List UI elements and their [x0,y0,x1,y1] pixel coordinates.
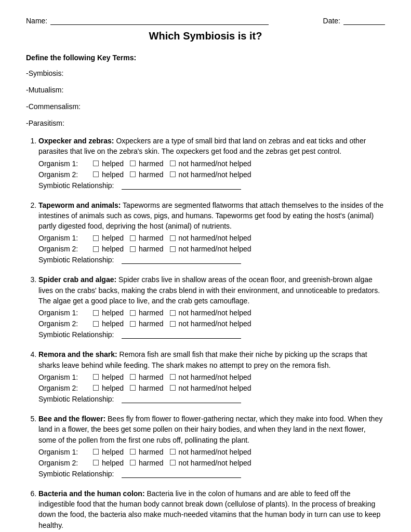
page-title: Which Symbiosis is it? [26,30,385,42]
q5-title: Bee and the flower: [38,415,105,423]
q1-org2-harmed[interactable]: harmed [130,170,163,179]
q2-org2-helped-box[interactable] [93,246,99,252]
q3-symbiotic-line [122,330,241,339]
q5-org2-not-harmed[interactable]: not harmed/not helped [170,459,251,467]
q3-org1-harmed-box[interactable] [130,310,136,316]
q2-org2-harmed[interactable]: harmed [130,245,163,253]
term-mutualism: -Mutualism: [26,86,385,94]
q2-org1-not-harmed-box[interactable] [170,235,176,241]
q5-org1-not-harmed[interactable]: not harmed/not helped [170,448,251,456]
q3-org1-helped[interactable]: helped [93,309,124,317]
q4-org2-helped[interactable]: helped [93,384,124,392]
q3-org1-harmed[interactable]: harmed [130,309,163,317]
q4-org1-not-harmed-box[interactable] [170,374,176,380]
q2-org1-not-harmed[interactable]: not harmed/not helped [170,234,251,242]
q3-symbiotic-row: Symbiotic Relationship: [38,330,385,339]
q3-organism2-row: Organism 2: helped harmed not harmed/not… [38,320,385,328]
q3-org1-not-harmed[interactable]: not harmed/not helped [170,309,251,317]
q1-org1-not-harmed-box[interactable] [170,161,176,166]
q4-org2-label: Organism 2: [38,384,93,392]
q1-org1-harmed[interactable]: harmed [130,159,163,168]
q5-symbiotic-line [122,470,241,478]
q3-org2-harmed-box[interactable] [130,321,136,327]
q3-org1-not-harmed-box[interactable] [170,310,176,316]
q2-org2-helped[interactable]: helped [93,245,124,253]
q4-org2-harmed-box[interactable] [130,385,136,391]
question-1-text: Oxpecker and zebras: Oxpeckers are a typ… [38,136,385,157]
q4-org1-label: Organism 1: [38,373,93,381]
q2-org1-helped[interactable]: helped [93,234,124,242]
q1-org2-helped[interactable]: helped [93,170,124,179]
q3-org1-helped-box[interactable] [93,310,99,316]
question-5-text: Bee and the flower: Bees fly from flower… [38,414,385,445]
q3-org2-helped-box[interactable] [93,321,99,327]
q5-org1-harmed[interactable]: harmed [130,448,163,456]
q4-symbiotic-line [122,395,241,403]
q4-organism1-row: Organism 1: helped harmed not harmed/not… [38,373,385,381]
q1-symbiotic-label: Symbiotic Relationship: [38,181,122,190]
q5-org1-helped-box[interactable] [93,449,99,455]
q1-org2-helped-box[interactable] [93,171,99,177]
q4-org1-not-harmed[interactable]: not harmed/not helped [170,373,251,381]
q5-org1-not-harmed-box[interactable] [170,449,176,455]
q5-organism2-row: Organism 2: helped harmed not harmed/not… [38,459,385,467]
q6-title: Bacteria and the human colon: [38,489,145,498]
q1-org2-helped-label: helped [102,170,124,179]
q4-org2-harmed[interactable]: harmed [130,384,163,392]
q2-org2-harmed-box[interactable] [130,246,136,252]
q4-org1-harmed-box[interactable] [130,374,136,380]
q2-org1-harmed[interactable]: harmed [130,234,163,242]
q2-org2-not-harmed-box[interactable] [170,246,176,252]
q5-org2-helped-box[interactable] [93,460,99,466]
q3-symbiotic-label: Symbiotic Relationship: [38,330,122,339]
q4-org2-helped-box[interactable] [93,385,99,391]
q1-org1-harmed-label: harmed [139,159,163,168]
q4-org2-not-harmed-box[interactable] [170,385,176,391]
q4-org1-harmed[interactable]: harmed [130,373,163,381]
q3-org2-harmed[interactable]: harmed [130,320,163,328]
q2-org1-harmed-box[interactable] [130,235,136,241]
question-3-text: Spider crab and algae: Spider crabs live… [38,274,385,306]
question-4-text: Remora and the shark: Remora fish are sm… [38,349,385,370]
q2-org2-label: Organism 2: [38,245,93,253]
term-commensalism: -Commensalism: [26,102,385,111]
q2-org1-helped-box[interactable] [93,235,99,241]
q4-org1-helped-box[interactable] [93,374,99,380]
q5-org1-harmed-box[interactable] [130,449,136,455]
q1-title: Oxpecker and zebras: [38,137,114,145]
q5-org2-harmed[interactable]: harmed [130,459,163,467]
q4-org1-helped[interactable]: helped [93,373,124,381]
q3-org2-not-harmed-box[interactable] [170,321,176,327]
q1-org1-helped[interactable]: helped [93,159,124,168]
q5-org2-not-harmed-box[interactable] [170,460,176,466]
q1-org2-not-harmed[interactable]: not harmed/not helped [170,170,251,179]
q5-org2-harmed-box[interactable] [130,460,136,466]
question-6: Bacteria and the human colon: Bacteria l… [38,488,385,530]
q3-org2-label: Organism 2: [38,320,93,328]
q1-org1-not-harmed[interactable]: not harmed/not helped [170,159,251,168]
q2-title: Tapeworm and animals: [38,201,121,209]
q4-org2-not-harmed[interactable]: not harmed/not helped [170,384,251,392]
q3-org2-helped[interactable]: helped [93,320,124,328]
q1-org2-harmed-label: harmed [139,170,163,179]
key-terms-section: Define the following Key Terms: -Symbios… [26,54,385,127]
q1-org2-harmed-box[interactable] [130,171,136,177]
q1-org1-harmed-box[interactable] [130,161,136,166]
q1-org1-helped-box[interactable] [93,161,99,166]
q2-organism2-row: Organism 2: helped harmed not harmed/not… [38,245,385,253]
q3-org2-not-harmed[interactable]: not harmed/not helped [170,320,251,328]
q4-symbiotic-row: Symbiotic Relationship: [38,395,385,403]
q2-symbiotic-row: Symbiotic Relationship: [38,256,385,264]
date-line [343,16,385,25]
q1-org2-label: Organism 2: [38,170,93,179]
term-parasitism: -Parasitism: [26,119,385,127]
q5-org1-helped[interactable]: helped [93,448,124,456]
question-2-text: Tapeworm and animals: Tapeworms are segm… [38,200,385,232]
q2-org1-label: Organism 1: [38,234,93,242]
name-field: Name: [26,16,313,25]
q5-org2-helped[interactable]: helped [93,459,124,467]
q2-org2-not-harmed[interactable]: not harmed/not helped [170,245,251,253]
q1-org2-not-harmed-box[interactable] [170,171,176,177]
name-label: Name: [26,17,47,25]
q1-organism2-row: Organism 2: helped harmed not harmed/not… [38,170,385,179]
